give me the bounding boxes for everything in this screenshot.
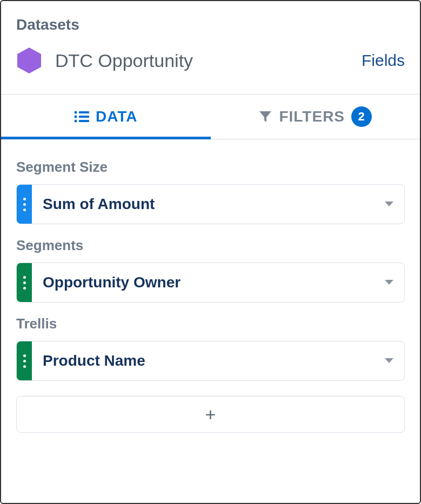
trellis-value: Product Name	[32, 341, 374, 380]
fields-link[interactable]: Fields	[362, 51, 405, 70]
caret-down-icon[interactable]	[374, 263, 404, 302]
drag-handle-icon[interactable]	[17, 341, 32, 380]
list-icon	[74, 111, 89, 123]
dataset-icon	[16, 46, 42, 75]
svg-rect-2	[79, 111, 89, 113]
segment-size-value: Sum of Amount	[32, 185, 374, 224]
filters-count-badge: 2	[351, 106, 372, 127]
caret-down-icon[interactable]	[374, 185, 404, 224]
tab-filters[interactable]: FILTERS 2	[211, 95, 420, 139]
tabs: DATA FILTERS 2	[1, 94, 420, 139]
caret-down-icon[interactable]	[374, 341, 404, 380]
tab-data[interactable]: DATA	[1, 95, 211, 139]
filter-icon	[258, 110, 272, 124]
segment-size-field[interactable]: Sum of Amount	[16, 184, 405, 224]
trellis-field[interactable]: Product Name	[16, 341, 405, 381]
plus-icon: +	[205, 404, 216, 425]
datasets-heading: Datasets	[16, 16, 405, 33]
trellis-label: Trellis	[16, 315, 405, 332]
tab-data-label: DATA	[96, 108, 138, 125]
dataset-row: DTC Opportunity Fields	[16, 46, 405, 75]
add-button[interactable]: +	[16, 396, 405, 433]
svg-rect-6	[79, 120, 89, 122]
segments-value: Opportunity Owner	[32, 263, 374, 302]
segments-field[interactable]: Opportunity Owner	[16, 263, 405, 303]
drag-handle-icon[interactable]	[17, 263, 32, 302]
segments-label: Segments	[16, 237, 405, 254]
svg-marker-0	[17, 48, 41, 73]
drag-handle-icon[interactable]	[17, 185, 32, 224]
svg-point-1	[74, 111, 77, 114]
svg-point-3	[74, 116, 77, 118]
dataset-name[interactable]: DTC Opportunity	[55, 50, 193, 71]
svg-rect-4	[79, 116, 89, 118]
segment-size-label: Segment Size	[16, 159, 405, 176]
tab-filters-label: FILTERS	[279, 108, 345, 125]
svg-point-5	[74, 120, 77, 123]
